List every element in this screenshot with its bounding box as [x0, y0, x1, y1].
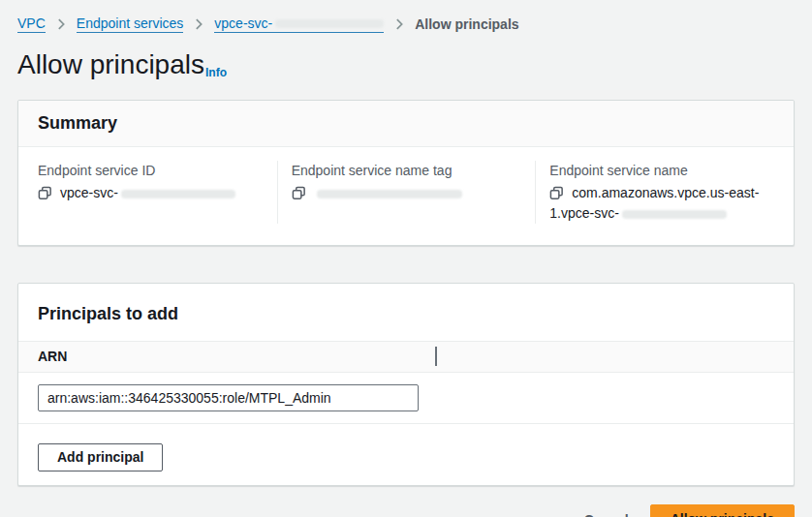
- page-title: Allow principalsInfo: [17, 48, 795, 86]
- field-value-text: vpce-svc-: [60, 185, 118, 200]
- copy-icon[interactable]: [38, 186, 52, 200]
- breadcrumb-link-endpoint-services[interactable]: Endpoint services: [77, 15, 184, 33]
- field-value: vpce-svc-: [38, 183, 264, 203]
- breadcrumb: VPC Endpoint services vpce-svc- Allow pr…: [17, 15, 795, 33]
- redacted-text: [317, 190, 462, 198]
- info-link[interactable]: Info: [205, 56, 227, 89]
- redacted-text: [622, 210, 727, 219]
- page-title-text: Allow principals: [17, 48, 204, 81]
- principals-card-header: Principals to add: [18, 284, 794, 341]
- summary-grid: Endpoint service ID vpce-svc- Endpoint s…: [18, 147, 794, 245]
- principals-to-add-card: Principals to add ARN Add principal: [17, 283, 795, 486]
- redacted-text: [275, 19, 384, 28]
- add-principal-row: Add principal: [18, 424, 794, 485]
- breadcrumb-current: Allow principals: [415, 15, 518, 33]
- chevron-right-icon: [54, 17, 68, 31]
- summary-card-header: Summary: [18, 101, 794, 147]
- allow-principals-page: VPC Endpoint services vpce-svc- Allow pr…: [0, 0, 812, 517]
- cancel-button[interactable]: Cancel: [584, 512, 629, 517]
- summary-card: Summary Endpoint service ID vpce-svc- En…: [17, 100, 795, 246]
- footer-actions: Cancel Allow principals: [17, 486, 795, 517]
- breadcrumb-link-endpoint-service-id[interactable]: vpce-svc-: [214, 15, 384, 33]
- field-label: Endpoint service name tag: [292, 161, 522, 180]
- redacted-text: [121, 190, 235, 198]
- summary-field-endpoint-service-id: Endpoint service ID vpce-svc-: [18, 161, 277, 224]
- add-principal-button[interactable]: Add principal: [38, 443, 163, 471]
- summary-field-endpoint-service-name-tag: Endpoint service name tag: [277, 161, 536, 224]
- arn-column-header: ARN: [38, 349, 67, 364]
- arn-input[interactable]: [38, 384, 419, 411]
- chevron-right-icon: [392, 17, 406, 31]
- summary-field-endpoint-service-name: Endpoint service name com.amazonaws.vpce…: [535, 161, 794, 224]
- field-label: Endpoint service name: [549, 161, 780, 180]
- arn-table-header: ARN: [18, 341, 794, 373]
- copy-icon[interactable]: [292, 186, 306, 200]
- breadcrumb-link-vpc[interactable]: VPC: [17, 15, 46, 33]
- chevron-right-icon: [192, 17, 205, 31]
- arn-input-row: [18, 373, 794, 423]
- copy-icon[interactable]: [549, 186, 564, 200]
- breadcrumb-service-id-prefix: vpce-svc-: [214, 15, 272, 32]
- field-value: com.amazonaws.vpce.us-east-1.vpce-svc-: [549, 183, 780, 224]
- field-value: [292, 183, 522, 203]
- principals-title: Principals to add: [38, 304, 774, 324]
- allow-principals-button[interactable]: Allow principals: [650, 504, 795, 517]
- summary-title: Summary: [38, 113, 774, 134]
- field-label: Endpoint service ID: [38, 161, 264, 180]
- column-resize-divider[interactable]: [435, 347, 437, 366]
